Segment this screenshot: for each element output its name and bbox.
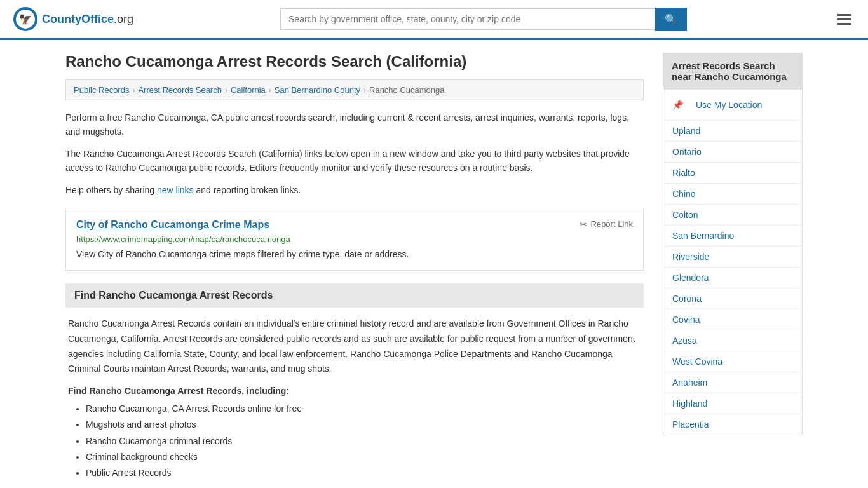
breadcrumb-san-bernardino-county[interactable]: San Bernardino County xyxy=(275,85,360,95)
sidebar-item-glendora: Glendora xyxy=(663,268,802,288)
search-button[interactable]: 🔍 xyxy=(655,8,687,31)
sidebar-item-rialto: Rialto xyxy=(663,163,802,184)
desc-para-3-prefix: Help others by sharing xyxy=(65,185,157,195)
sidebar-link-corona[interactable]: Corona xyxy=(663,288,802,309)
sidebar-item-placentia: Placentia xyxy=(663,414,802,435)
search-area: 🔍 xyxy=(280,8,687,31)
sidebar-link-rialto[interactable]: Rialto xyxy=(663,163,802,183)
sidebar-link-ontario[interactable]: Ontario xyxy=(663,142,802,162)
link-card: City of Rancho Cucamonga Crime Maps ✂ Re… xyxy=(65,210,644,271)
find-list: Rancho Cucamonga, CA Arrest Records onli… xyxy=(65,401,644,481)
sidebar: Arrest Records Search near Rancho Cucamo… xyxy=(663,53,803,481)
sidebar-link-riverside[interactable]: Riverside xyxy=(663,247,802,267)
link-card-title[interactable]: City of Rancho Cucamonga Crime Maps xyxy=(76,219,269,231)
svg-text:🦅: 🦅 xyxy=(19,13,32,25)
link-card-desc: View City of Rancho Cucamonga crime maps… xyxy=(76,248,633,261)
desc-para-3: Help others by sharing new links and rep… xyxy=(65,183,644,197)
breadcrumb-sep-1: › xyxy=(132,86,135,95)
hamburger-icon xyxy=(837,14,851,25)
new-links-link[interactable]: new links xyxy=(157,185,194,195)
logo-area: 🦅 CountyOffice.org xyxy=(13,6,133,32)
main-container: Rancho Cucamonga Arrest Records Search (… xyxy=(53,40,815,488)
sidebar-link-azusa[interactable]: Azusa xyxy=(663,330,802,351)
breadcrumb-sep-4: › xyxy=(363,86,366,95)
logo-icon: 🦅 xyxy=(13,6,38,32)
use-my-location-link[interactable]: Use My Location xyxy=(687,95,771,115)
find-section-body: Rancho Cucamonga Arrest Records contain … xyxy=(65,316,644,377)
list-item: Criminal background checks xyxy=(86,449,644,465)
desc-para-3-suffix: and reporting broken links. xyxy=(194,185,301,195)
breadcrumb-arrest-records-search[interactable]: Arrest Records Search xyxy=(138,85,222,95)
search-input[interactable] xyxy=(280,8,655,30)
sidebar-link-covina[interactable]: Covina xyxy=(663,309,802,330)
list-item: Public Arrest Records xyxy=(86,465,644,481)
location-pin-icon: 📌 xyxy=(672,100,683,110)
sidebar-item-upland: Upland xyxy=(663,121,802,142)
sidebar-link-west-covina[interactable]: West Covina xyxy=(663,351,802,372)
menu-button[interactable] xyxy=(834,10,855,29)
sidebar-item-riverside: Riverside xyxy=(663,247,802,268)
sidebar-item-san-bernardino: San Bernardino xyxy=(663,226,802,247)
sidebar-item-colton: Colton xyxy=(663,205,802,226)
list-item: Rancho Cucamonga, CA Arrest Records onli… xyxy=(86,401,644,417)
link-card-url: https://www.crimemapping.com/map/ca/ranc… xyxy=(76,234,633,244)
sidebar-item-highland: Highland xyxy=(663,393,802,414)
sidebar-item-chino: Chino xyxy=(663,184,802,205)
search-icon: 🔍 xyxy=(665,14,677,25)
report-link-button[interactable]: ✂ Report Link xyxy=(580,219,633,229)
scissors-icon: ✂ xyxy=(580,219,587,229)
sidebar-link-highland[interactable]: Highland xyxy=(663,393,802,414)
breadcrumb: Public Records › Arrest Records Search ›… xyxy=(65,79,644,100)
find-section: Find Rancho Cucamonga Arrest Records Ran… xyxy=(65,283,644,481)
find-list-header: Find Rancho Cucamonga Arrest Records, in… xyxy=(68,386,644,396)
sidebar-list: 📌 Use My Location Upland Ontario Rialto … xyxy=(663,90,803,435)
sidebar-item-west-covina: West Covina xyxy=(663,351,802,372)
header: 🦅 CountyOffice.org 🔍 xyxy=(0,0,868,40)
list-item: Rancho Cucamonga criminal records xyxy=(86,433,644,449)
sidebar-item-corona: Corona xyxy=(663,288,802,309)
desc-para-1: Perform a free Rancho Cucamonga, CA publ… xyxy=(65,111,644,139)
desc-para-2: The Rancho Cucamonga Arrest Records Sear… xyxy=(65,147,644,175)
page-title: Rancho Cucamonga Arrest Records Search (… xyxy=(65,53,644,71)
sidebar-item-azusa: Azusa xyxy=(663,330,802,351)
report-link-label: Report Link xyxy=(591,219,633,229)
sidebar-link-colton[interactable]: Colton xyxy=(663,205,802,225)
sidebar-item-anaheim: Anaheim xyxy=(663,372,802,393)
sidebar-header: Arrest Records Search near Rancho Cucamo… xyxy=(663,53,803,90)
breadcrumb-current: Rancho Cucamonga xyxy=(369,85,445,95)
sidebar-link-anaheim[interactable]: Anaheim xyxy=(663,372,802,393)
sidebar-item-covina: Covina xyxy=(663,309,802,330)
sidebar-item-ontario: Ontario xyxy=(663,142,802,163)
find-section-header: Find Rancho Cucamonga Arrest Records xyxy=(65,283,644,308)
breadcrumb-sep-2: › xyxy=(225,86,227,95)
sidebar-link-upland[interactable]: Upland xyxy=(663,121,802,141)
link-card-header: City of Rancho Cucamonga Crime Maps ✂ Re… xyxy=(76,219,633,231)
sidebar-link-san-bernardino[interactable]: San Bernardino xyxy=(663,226,802,246)
breadcrumb-public-records[interactable]: Public Records xyxy=(74,85,129,95)
content-area: Rancho Cucamonga Arrest Records Search (… xyxy=(65,53,644,481)
breadcrumb-sep-3: › xyxy=(269,86,271,95)
list-item: Mugshots and arrest photos xyxy=(86,417,644,433)
logo-text: CountyOffice.org xyxy=(42,13,133,26)
sidebar-link-placentia[interactable]: Placentia xyxy=(663,414,802,435)
sidebar-use-my-location: 📌 Use My Location xyxy=(663,90,802,121)
breadcrumb-california[interactable]: California xyxy=(231,85,266,95)
sidebar-link-glendora[interactable]: Glendora xyxy=(663,268,802,288)
sidebar-link-chino[interactable]: Chino xyxy=(663,184,802,204)
